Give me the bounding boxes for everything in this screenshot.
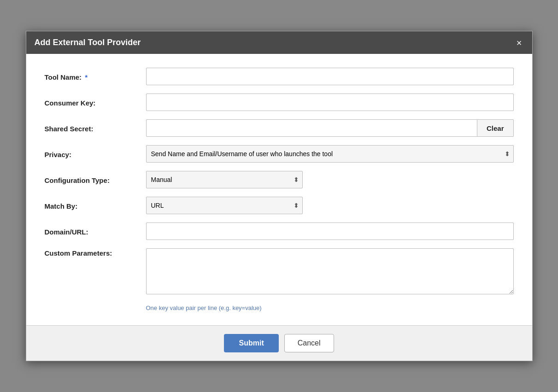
close-button[interactable]: × [515, 38, 524, 47]
tool-name-label: Tool Name: * [45, 72, 146, 81]
cancel-button[interactable]: Cancel [284, 334, 334, 352]
shared-secret-label: Shared Secret: [45, 124, 146, 133]
required-star: * [85, 73, 88, 81]
shared-secret-input[interactable] [146, 119, 477, 137]
dialog: Add External Tool Provider × Tool Name: … [26, 31, 533, 361]
privacy-select[interactable]: Send Name and Email/Username of user who… [146, 145, 514, 163]
custom-params-hint: One key value pair per line (e.g. key=va… [146, 304, 514, 316]
consumer-key-label: Consumer Key: [45, 98, 146, 107]
privacy-row: Privacy: Send Name and Email/Username of… [45, 145, 514, 163]
config-select-wrap: Manual By URL By XML [146, 171, 303, 188]
dialog-title: Add External Tool Provider [35, 38, 141, 47]
match-by-row: Match By: URL Domain [45, 197, 514, 214]
match-by-control: URL Domain [146, 197, 514, 214]
consumer-key-input[interactable] [146, 94, 514, 111]
shared-secret-row: Shared Secret: Clear [45, 119, 514, 137]
tool-name-row: Tool Name: * [45, 68, 514, 85]
domain-url-label: Domain/URL: [45, 227, 146, 236]
dialog-body: Tool Name: * Consumer Key: Shared Secret… [26, 54, 532, 325]
domain-url-row: Domain/URL: [45, 222, 514, 240]
shared-secret-wrap: Clear [146, 119, 514, 137]
privacy-label: Privacy: [45, 150, 146, 158]
dialog-header: Add External Tool Provider × [26, 31, 532, 54]
consumer-key-control [146, 94, 514, 111]
tool-name-input[interactable] [146, 68, 514, 85]
match-select-wrap: URL Domain [146, 197, 303, 214]
clear-button[interactable]: Clear [477, 119, 514, 137]
config-type-row: Configuration Type: Manual By URL By XML [45, 171, 514, 188]
submit-button[interactable]: Submit [224, 334, 278, 352]
custom-params-textarea[interactable] [146, 248, 514, 294]
shared-secret-control: Clear [146, 119, 514, 137]
custom-params-label: Custom Parameters: [45, 248, 146, 257]
domain-url-control [146, 222, 514, 240]
config-type-select[interactable]: Manual By URL By XML [146, 171, 303, 188]
config-type-control: Manual By URL By XML [146, 171, 514, 188]
privacy-control: Send Name and Email/Username of user who… [146, 145, 514, 163]
config-type-label: Configuration Type: [45, 176, 146, 184]
privacy-select-wrap: Send Name and Email/Username of user who… [146, 145, 514, 163]
consumer-key-row: Consumer Key: [45, 94, 514, 111]
tool-name-control [146, 68, 514, 85]
match-by-select[interactable]: URL Domain [146, 197, 303, 214]
custom-params-row: Custom Parameters: [45, 248, 514, 296]
domain-url-input[interactable] [146, 222, 514, 240]
match-by-label: Match By: [45, 201, 146, 210]
dialog-footer: Submit Cancel [26, 325, 532, 361]
custom-params-control [146, 248, 514, 296]
